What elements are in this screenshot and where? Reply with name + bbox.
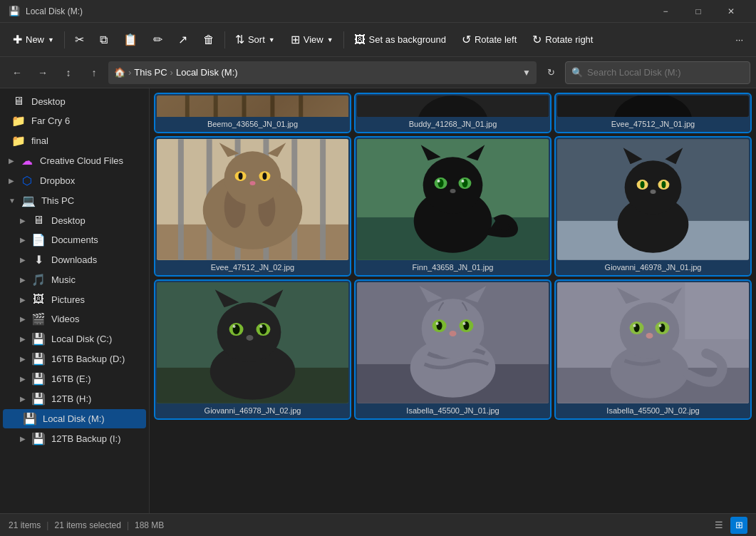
expand-icon-c: ▶ [20,335,26,343]
sidebar-item-pictures[interactable]: ▶ 🖼 Pictures [3,290,146,309]
sidebar-item-16tb-e[interactable]: ▶ 💾 16TB (E:) [3,369,146,388]
pictures-icon: 🖼 [31,293,46,306]
desktop-icon: 🖥 [11,95,26,108]
sidebar-item-local-c[interactable]: ▶ 💾 Local Disk (C:) [3,329,146,349]
file-item-giovanni1[interactable]: Giovanni_46978_JN_01.jpg [556,138,750,275]
more-button[interactable]: ··· [728,27,750,53]
sidebar-label-documents: Documents [51,234,98,245]
rotate-left-button[interactable]: ↺ Rotate left [455,27,524,53]
sidebar-item-this-pc[interactable]: ▼ 💻 This PC [3,191,146,210]
expand-icon-desktop-sub: ▶ [20,217,26,225]
cut-button[interactable]: ✂ [68,27,91,53]
drive-i-icon: 💾 [31,432,46,445]
set-background-button[interactable]: 🖼 Set as background [347,27,453,53]
file-item-giovanni2[interactable]: Giovanni_46978_JN_02.jpg [155,281,350,418]
expand-icon-music: ▶ [20,276,26,284]
sort-dropdown-icon: ▼ [269,36,275,43]
sidebar-item-desktop-sub[interactable]: ▶ 🖥 Desktop [3,211,146,230]
expand-icon-videos: ▶ [20,315,26,323]
sidebar-label-m: Local Disk (M:) [43,413,105,424]
sidebar: 🖥 Desktop 📁 Far Cry 6 📁 final ▶ ☁ Creati… [0,88,150,513]
documents-icon: 📄 [31,233,46,247]
sort-label: Sort [248,34,265,45]
file-size: 188 MB [135,520,164,530]
sidebar-item-music[interactable]: ▶ 🎵 Music [3,270,146,289]
sidebar-item-desktop[interactable]: 🖥 Desktop [3,92,146,110]
sidebar-item-backup-d[interactable]: ▶ 💾 16TB Backup (D:) [3,349,146,368]
sidebar-item-downloads[interactable]: ▶ ⬇ Downloads [3,250,146,269]
breadcrumb-dropdown-button[interactable]: ▼ [522,68,531,78]
close-button[interactable]: ✕ [715,0,747,23]
sidebar-item-documents[interactable]: ▶ 📄 Documents [3,230,146,249]
list-view-button[interactable]: ☰ [710,517,727,534]
file-name-giovanni1: Giovanni_46978_JN_01.jpg [602,260,705,274]
back-button[interactable]: ← [6,61,29,84]
sidebar-item-creative-cloud[interactable]: ▶ ☁ Creative Cloud Files [3,151,146,170]
drive-h-icon: 💾 [31,392,46,406]
breadcrumb-sep-1: › [128,67,131,78]
videos-icon: 🎬 [31,312,46,326]
refresh-button[interactable]: ↻ [539,61,562,84]
forward-button[interactable]: → [31,61,54,84]
file-name-isabella2: Isabella_45500_JN_02.jpg [604,403,702,417]
sidebar-label-music: Music [51,274,76,285]
share-button[interactable]: ↗ [171,27,195,53]
drive-m-icon: 💾 [23,412,37,426]
sidebar-item-local-m[interactable]: 💾 Local Disk (M:) [3,409,146,428]
file-item-buddy[interactable]: Buddy_41268_JN_01.jpg [356,94,550,132]
file-name-giovanni2: Giovanni_46978_JN_02.jpg [202,403,304,417]
drive-e-icon: 💾 [31,372,46,386]
sidebar-item-farcry6[interactable]: 📁 Far Cry 6 [3,111,146,130]
svg-point-84 [620,302,680,359]
file-thumb-evee2 [157,139,348,260]
file-name-buddy: Buddy_41268_JN_01.jpg [406,117,500,130]
breadcrumb-this-pc[interactable]: This PC [134,67,167,78]
sidebar-item-final[interactable]: 📁 final [3,131,146,150]
sidebar-label-this-pc: This PC [41,195,74,206]
downloads-icon: ⬇ [31,253,46,267]
paste-button[interactable]: 📋 [116,27,145,53]
sidebar-label-desktop: Desktop [31,96,66,107]
sidebar-item-12tb-h[interactable]: ▶ 💾 12TB (H:) [3,389,146,408]
expand-button[interactable]: ↕ [57,61,80,84]
sidebar-item-videos[interactable]: ▶ 🎬 Videos [3,309,146,329]
file-item-isabella1[interactable]: Isabella_45500_JN_01.jpg [356,281,550,418]
svg-point-50 [661,181,666,188]
sidebar-item-12tb-i[interactable]: ▶ 💾 12TB Backup (I:) [3,429,146,448]
search-input[interactable] [587,67,744,78]
copy-icon: ⧉ [100,34,108,46]
svg-rect-4 [270,96,274,117]
up-button[interactable]: ↑ [83,61,105,84]
view-button[interactable]: ⊞ View ▼ [284,27,341,53]
rotate-right-button[interactable]: ↻ Rotate right [525,27,600,53]
new-icon: ✚ [13,34,22,46]
search-box: 🔍 [565,61,750,84]
file-name-isabella1: Isabella_45500_JN_01.jpg [403,403,502,417]
sidebar-label-downloads: Downloads [51,254,97,265]
minimize-button[interactable]: − [649,0,682,23]
file-item-evee2[interactable]: Evee_47512_JN_02.jpg [155,138,350,275]
maximize-button[interactable]: □ [682,0,715,23]
sidebar-item-dropbox[interactable]: ▶ ⬡ Dropbox [3,171,146,190]
set-bg-label: Set as background [369,34,446,45]
new-button[interactable]: ✚ New ▼ [6,27,61,53]
separator-2 [224,31,225,48]
file-item-finn[interactable]: Finn_43658_JN_01.jpg [356,138,550,275]
file-item-evee1[interactable]: Evee_47512_JN_01.jpg [556,94,750,132]
delete-button[interactable]: 🗑 [196,27,222,53]
file-item-isabella2[interactable]: Isabella_45500_JN_02.jpg [556,281,750,418]
sidebar-label-e: 16TB (E:) [51,373,91,384]
title-bar: 💾 Local Disk (M:) − □ ✕ [0,0,756,23]
sort-button[interactable]: ⇅ Sort ▼ [228,27,282,53]
copy-button[interactable]: ⧉ [93,27,115,53]
grid-view-button[interactable]: ⊞ [730,517,747,534]
file-item-beemo[interactable]: Beemo_43656_JN_01.jpg [155,94,350,132]
dropbox-icon: ⬡ [20,174,34,187]
rename-button[interactable]: ✏ [146,27,170,53]
file-name-beemo: Beemo_43656_JN_01.jpg [204,117,301,130]
folder-icon-final: 📁 [11,134,26,148]
sidebar-label-pictures: Pictures [51,294,85,305]
drive-d-icon: 💾 [31,352,46,366]
svg-point-76 [462,322,465,325]
svg-point-90 [658,324,661,327]
